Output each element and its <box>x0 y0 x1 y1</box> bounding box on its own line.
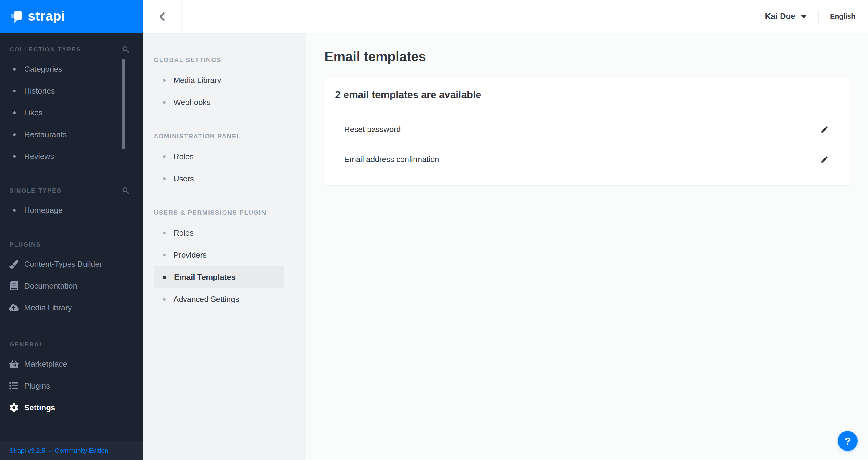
subnav-section-header: ADMINISTRATION PANEL <box>154 132 306 141</box>
sidebar-item-reviews[interactable]: Reviews <box>0 145 143 167</box>
subnav-item-label: Email Templates <box>174 273 236 282</box>
sidebar-items: MarketplacePluginsSettings <box>0 353 143 419</box>
help-button[interactable]: ? <box>838 431 858 451</box>
sidebar-section-single-types: SINGLE TYPESHomepage <box>0 186 143 221</box>
sidebar-item-content-types-builder[interactable]: Content-Types Builder <box>0 253 143 275</box>
back-button[interactable] <box>143 0 182 33</box>
sidebar-item-settings[interactable]: Settings <box>0 397 143 419</box>
subnav-item-label: Media Library <box>174 76 221 85</box>
bullet-icon <box>13 133 16 136</box>
book-icon <box>9 281 19 290</box>
paintbrush-icon <box>9 259 19 269</box>
sidebar-item-label: Histories <box>24 86 55 96</box>
pencil-icon <box>820 155 829 163</box>
list-icon <box>9 381 19 390</box>
subnav-item-providers[interactable]: Providers <box>154 244 284 266</box>
subnav-section-header: USERS & PERMISSIONS PLUGIN <box>154 208 306 217</box>
subnav-section-administration-panel: ADMINISTRATION PANELRolesUsers <box>143 132 306 190</box>
template-row-email-address-confirmation: Email address confirmation <box>324 145 851 174</box>
sidebar-section-label: GENERAL <box>9 341 43 348</box>
sidebar-item-label: Plugins <box>24 381 50 391</box>
sidebar-items: Content-Types BuilderDocumentationMedia … <box>0 253 143 318</box>
bullet-icon <box>13 68 16 70</box>
bullet-icon <box>163 276 166 279</box>
bullet-icon <box>13 209 16 212</box>
template-row-reset-password: Reset password <box>324 115 851 144</box>
edit-template-button[interactable] <box>818 123 831 136</box>
subnav-item-media-library[interactable]: Media Library <box>154 69 284 91</box>
app-version-link[interactable]: Strapi v3.2.5 — Community Edition <box>9 447 108 454</box>
sidebar-section-header: COLLECTION TYPES <box>0 45 143 54</box>
sidebar-item-plugins[interactable]: Plugins <box>0 375 143 397</box>
top-header: Kai Doe English <box>143 0 868 33</box>
subnav-item-label: Webhooks <box>174 98 210 107</box>
sidebar-item-label: Categories <box>24 64 62 74</box>
sidebar-section-label: COLLECTION TYPES <box>9 46 81 53</box>
gear-icon <box>9 403 19 412</box>
subnav-section-label: ADMINISTRATION PANEL <box>154 133 241 140</box>
sidebar-item-label: Likes <box>24 108 43 118</box>
template-row-label: Email address confirmation <box>344 155 439 164</box>
sidebar-item-label: Documentation <box>24 281 77 291</box>
subnav-item-label: Advanced Settings <box>174 295 239 304</box>
settings-subnav-sections: GLOBAL SETTINGSMedia LibraryWebhooksADMI… <box>143 55 306 310</box>
sidebar-section-header: SINGLE TYPES <box>0 186 143 195</box>
sidebar-section-header: PLUGINS <box>0 240 143 249</box>
email-templates-card: 2 email templates are available Reset pa… <box>324 78 851 185</box>
bullet-icon <box>13 90 16 92</box>
subnav-section-label: GLOBAL SETTINGS <box>154 56 221 64</box>
template-rows: Reset passwordEmail address confirmation <box>324 115 851 174</box>
sidebar-section-label: PLUGINS <box>9 241 41 248</box>
chevron-left-icon <box>158 11 167 22</box>
search-icon[interactable] <box>122 187 130 194</box>
subnav-item-label: Roles <box>174 152 193 161</box>
sidebar-scrollbar-thumb[interactable] <box>122 59 125 149</box>
language-selector[interactable]: English <box>830 12 855 21</box>
subnav-item-advanced-settings[interactable]: Advanced Settings <box>154 288 284 310</box>
sidebar-items: Homepage <box>0 199 143 221</box>
bullet-icon <box>163 298 165 301</box>
sidebar-item-marketplace[interactable]: Marketplace <box>0 353 143 375</box>
sidebar-section-general: GENERALMarketplacePluginsSettings <box>0 340 143 419</box>
bullet-icon <box>163 254 165 256</box>
subnav-item-roles[interactable]: Roles <box>154 222 284 244</box>
subnav-items: RolesUsers <box>154 146 284 190</box>
sidebar-item-label: Media Library <box>24 303 72 312</box>
strapi-logo-icon <box>10 10 24 24</box>
subnav-items: Media LibraryWebhooks <box>154 69 284 114</box>
edit-template-button[interactable] <box>818 153 831 166</box>
pencil-icon <box>820 125 829 133</box>
template-row-label: Reset password <box>344 125 401 134</box>
strapi-admin-screen: strapi COLLECTION TYPESCategoriesHistori… <box>0 0 868 460</box>
subnav-items: RolesProvidersEmail TemplatesAdvanced Se… <box>154 222 284 310</box>
bullet-icon <box>13 112 16 114</box>
page-title: Email templates <box>324 49 868 64</box>
bullet-icon <box>163 79 165 82</box>
user-menu[interactable]: Kai Doe <box>765 12 807 21</box>
bullet-icon <box>163 232 165 235</box>
subnav-item-roles[interactable]: Roles <box>154 146 284 168</box>
sidebar-item-homepage[interactable]: Homepage <box>0 199 143 221</box>
subnav-item-email-templates[interactable]: Email Templates <box>154 266 284 288</box>
subnav-item-webhooks[interactable]: Webhooks <box>154 91 284 114</box>
sidebar-section-label: SINGLE TYPES <box>9 187 61 194</box>
strapi-logo-text: strapi <box>28 8 65 24</box>
strapi-logo[interactable]: strapi <box>0 0 143 33</box>
subnav-section-users-permissions-plugin: USERS & PERMISSIONS PLUGINRolesProviders… <box>143 208 306 310</box>
bullet-icon <box>163 178 165 180</box>
sidebar-item-label: Marketplace <box>24 360 67 369</box>
sidebar-item-label: Restaurants <box>24 130 67 139</box>
bullet-icon <box>163 155 165 158</box>
search-icon[interactable] <box>122 45 130 53</box>
bullet-icon <box>163 101 165 104</box>
sidebar-item-label: Settings <box>24 403 55 412</box>
user-name: Kai Doe <box>765 12 795 21</box>
sidebar-item-media-library[interactable]: Media Library <box>0 297 143 318</box>
sidebar-item-documentation[interactable]: Documentation <box>0 275 143 297</box>
subnav-section-label: USERS & PERMISSIONS PLUGIN <box>154 209 267 216</box>
subnav-item-label: Users <box>174 174 194 184</box>
cloud-upload-icon <box>9 303 19 312</box>
basket-icon <box>9 360 19 369</box>
sidebar-item-label: Reviews <box>24 152 54 161</box>
subnav-item-users[interactable]: Users <box>154 168 284 190</box>
